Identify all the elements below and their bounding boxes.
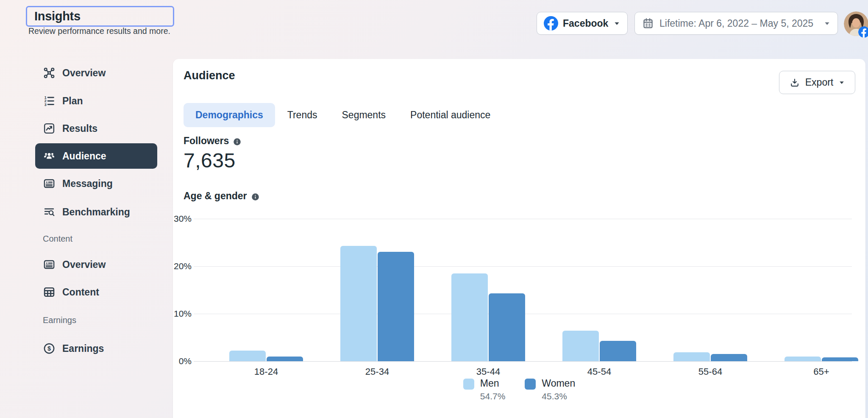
sidebar-item-results[interactable]: Results [35, 116, 157, 141]
bar-women-55-64[interactable] [711, 354, 747, 361]
sidebar-item-benchmarking[interactable]: Benchmarking [35, 199, 157, 225]
y-tick-label: 0% [173, 356, 192, 366]
bar-women-65+[interactable] [822, 357, 858, 361]
x-tick-label-35-44: 35-44 [459, 366, 518, 377]
platform-selector-label: Facebook [563, 18, 608, 29]
overview-icon [43, 67, 56, 79]
gridline-0 [194, 361, 852, 362]
sidebar-item-label: Overview [62, 259, 106, 270]
legend-share-value: 45.3% [542, 391, 575, 401]
y-tick-label: 10% [173, 309, 192, 319]
messaging-icon [43, 177, 56, 190]
sidebar-section-content: Content [43, 234, 72, 244]
sidebar-item-messaging[interactable]: Messaging [35, 171, 157, 196]
y-tick-label: 30% [173, 214, 192, 224]
sidebar-item-overview[interactable]: Overview [35, 60, 157, 86]
platform-selector-button[interactable]: Facebook [537, 12, 628, 35]
legend-women: Women45.3% [525, 378, 575, 401]
x-tick-label-55-64: 55-64 [681, 366, 740, 377]
x-tick-label-25-34: 25-34 [348, 366, 407, 377]
audience-icon [43, 150, 56, 162]
x-tick-label-65+: 65+ [792, 366, 851, 377]
facebook-badge-icon [858, 26, 868, 38]
page-subtitle: Review performance results and more. [28, 26, 170, 36]
sidebar-item-label: Results [62, 123, 97, 134]
sidebar-section-earnings: Earnings [43, 315, 76, 325]
facebook-logo-icon [544, 16, 558, 31]
age-gender-chart: 0%10%20%30%18-2425-3435-4445-5455-6465+M… [173, 59, 865, 418]
x-tick-label-45-54: 45-54 [570, 366, 629, 377]
sidebar-item-label: Overview [62, 67, 106, 79]
sidebar-item-content[interactable]: Content [35, 279, 157, 305]
bar-women-18-24[interactable] [267, 357, 303, 361]
gridline-20 [194, 266, 852, 267]
plan-icon: 123 [43, 95, 56, 107]
bar-men-25-34[interactable] [340, 246, 377, 361]
bar-women-25-34[interactable] [378, 252, 414, 361]
x-tick-label-18-24: 18-24 [236, 366, 296, 377]
page-title-field[interactable]: Insights [26, 6, 174, 27]
legend-men: Men54.7% [463, 378, 506, 401]
legend-share-value: 54.7% [480, 391, 506, 401]
bar-women-35-44[interactable] [489, 293, 525, 361]
svg-text:$: $ [47, 345, 51, 352]
profile-avatar[interactable] [844, 11, 868, 36]
svg-text:3: 3 [45, 103, 47, 107]
bar-men-45-54[interactable] [562, 331, 599, 361]
legend-swatch-men [463, 379, 474, 390]
gridline-30 [194, 219, 852, 219]
chevron-down-icon [823, 20, 831, 27]
bar-women-45-54[interactable] [600, 341, 636, 361]
sidebar-item-label: Messaging [62, 178, 113, 189]
sidebar-item-label: Content [62, 287, 99, 298]
sidebar-item-label: Earnings [62, 343, 104, 354]
sidebar-item-plan[interactable]: 123Plan [35, 88, 157, 114]
table-icon [43, 286, 56, 298]
date-range-label: Lifetime: Apr 6, 2022 – May 5, 2025 [659, 18, 813, 29]
audience-panel: Audience Export DemographicsTrendsSegmen… [173, 59, 865, 418]
legend-label: Men [480, 378, 506, 389]
legend-swatch-women [525, 379, 536, 390]
calendar-icon [642, 17, 654, 30]
bar-men-55-64[interactable] [673, 352, 710, 361]
date-range-button[interactable]: Lifetime: Apr 6, 2022 – May 5, 2025 [634, 12, 838, 35]
sidebar-item-label: Audience [62, 150, 106, 162]
chart-legend: Men54.7%Women45.3% [173, 378, 865, 401]
dollar-icon: $ [43, 342, 56, 355]
legend-label: Women [542, 378, 575, 389]
sidebar-item-audience[interactable]: Audience [35, 143, 157, 169]
sidebar-item-label: Plan [62, 95, 83, 107]
sidebar-item-label: Benchmarking [62, 206, 130, 218]
y-tick-label: 20% [173, 261, 192, 271]
results-icon [43, 122, 56, 135]
bar-men-35-44[interactable] [451, 273, 488, 361]
bar-men-65+[interactable] [785, 357, 821, 361]
card-icon [43, 258, 56, 271]
sidebar-item-earnings[interactable]: $Earnings [35, 336, 157, 361]
bar-men-18-24[interactable] [229, 351, 266, 361]
sidebar-item-content-overview[interactable]: Overview [35, 252, 157, 277]
chevron-down-icon [613, 20, 620, 27]
page-title: Insights [34, 9, 81, 23]
benchmarking-icon [43, 206, 56, 218]
